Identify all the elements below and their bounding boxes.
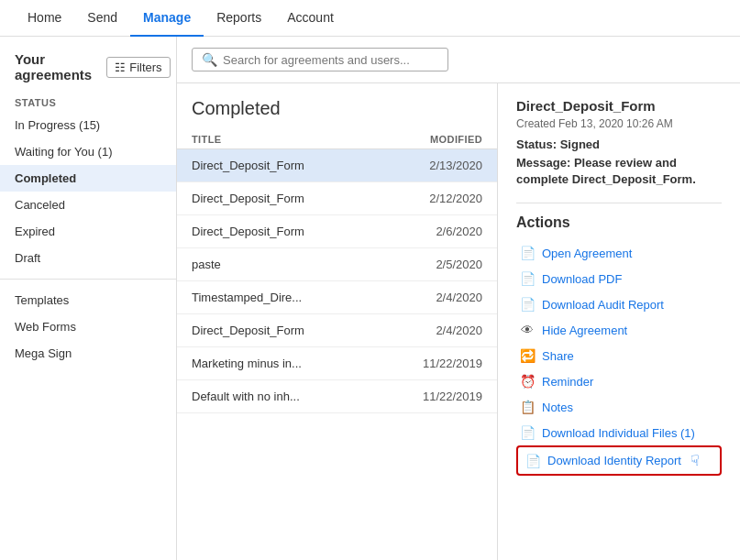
detail-divider [516, 203, 722, 203]
nav-manage[interactable]: Manage [130, 0, 204, 37]
list-row[interactable]: Direct_Deposit_Form 2/12/2020 [177, 182, 497, 215]
row-date: 2/13/2020 [409, 159, 482, 172]
top-navigation: Home Send Manage Reports Account [0, 0, 740, 37]
sidebar-item-completed[interactable]: Completed [0, 165, 176, 192]
row-date: 2/6/2020 [409, 225, 482, 238]
action-reminder[interactable]: ⏰ Reminder [516, 368, 722, 394]
row-title: paste [192, 258, 409, 271]
actions-heading: Actions [516, 214, 722, 231]
status-value: Signed [560, 137, 600, 151]
row-date: 2/4/2020 [409, 291, 482, 304]
detail-status: Status: Signed [516, 137, 722, 151]
main-container: Your agreements ☷ Filters STATUS In Prog… [0, 37, 740, 560]
list-row[interactable]: Timestamped_Dire... 2/4/2020 [177, 281, 497, 314]
list-row[interactable]: paste 2/5/2020 [177, 248, 497, 281]
row-title: Direct_Deposit_Form [192, 192, 409, 205]
action-label: Download Audit Report [542, 298, 664, 312]
reminder-icon: ⏰ [520, 374, 535, 389]
row-title: Timestamped_Dire... [192, 291, 409, 304]
list-row[interactable]: Direct_Deposit_Form 2/4/2020 [177, 314, 497, 347]
nav-reports[interactable]: Reports [204, 0, 274, 37]
list-row[interactable]: Marketing minus in... 11/22/2019 [177, 347, 497, 380]
doc-icon: 📄 [520, 246, 535, 260]
action-notes[interactable]: 📋 Notes [516, 394, 722, 420]
files-icon: 📄 [520, 425, 535, 440]
audit-icon: 📄 [520, 297, 535, 312]
sidebar: Your agreements ☷ Filters STATUS In Prog… [0, 37, 177, 560]
action-share[interactable]: 🔁 Share [516, 343, 722, 368]
action-label: Notes [542, 401, 573, 414]
action-label: Hide Agreement [542, 324, 627, 337]
detail-panel: Direct_Deposit_Form Created Feb 13, 2020… [498, 83, 740, 560]
notes-icon: 📋 [520, 400, 535, 414]
action-download-individual[interactable]: 📄 Download Individual Files (1) [516, 420, 722, 445]
your-agreements-title: Your agreements [15, 51, 92, 82]
search-row: 🔍 [177, 37, 740, 83]
action-label: Download Individual Files (1) [542, 426, 695, 440]
sidebar-item-in-progress[interactable]: In Progress (15) [0, 112, 176, 138]
message-label: Message: [516, 156, 570, 170]
search-input[interactable] [223, 53, 438, 67]
sidebar-item-canceled[interactable]: Canceled [0, 192, 176, 218]
list-heading: Completed [177, 98, 497, 130]
content-area: 🔍 Completed TITLE MODIFIED Direct_Deposi… [177, 37, 740, 560]
action-download-identity-report[interactable]: 📄 Download Identity Report ☟ [516, 445, 722, 476]
col-title-header: TITLE [192, 134, 409, 145]
detail-created: Created Feb 13, 2020 10:26 AM [516, 117, 722, 130]
nav-home[interactable]: Home [15, 0, 74, 37]
pdf-icon: 📄 [520, 271, 535, 286]
status-label: Status: [516, 137, 557, 151]
sidebar-item-expired[interactable]: Expired [0, 218, 176, 245]
list-row[interactable]: Direct_Deposit_Form 2/13/2020 [177, 149, 497, 182]
identity-icon: 📄 [525, 454, 540, 468]
content-split: Completed TITLE MODIFIED Direct_Deposit_… [177, 83, 740, 560]
agreements-list: Completed TITLE MODIFIED Direct_Deposit_… [177, 83, 498, 560]
sidebar-item-templates[interactable]: Templates [0, 287, 176, 313]
search-icon: 🔍 [202, 52, 217, 67]
list-row[interactable]: Direct_Deposit_Form 2/6/2020 [177, 215, 497, 248]
action-download-audit[interactable]: 📄 Download Audit Report [516, 291, 722, 317]
sidebar-header: Your agreements ☷ Filters [0, 51, 176, 90]
search-input-wrap[interactable]: 🔍 [192, 48, 448, 71]
nav-send[interactable]: Send [74, 0, 130, 37]
row-date: 11/22/2019 [409, 390, 482, 403]
share-icon: 🔁 [520, 348, 535, 363]
detail-doc-title: Direct_Deposit_Form [516, 98, 722, 114]
action-label: Download Identity Report [547, 454, 681, 467]
list-table-header: TITLE MODIFIED [177, 130, 497, 149]
cursor-pointer-icon: ☟ [690, 452, 700, 469]
action-hide-agreement[interactable]: 👁 Hide Agreement [516, 317, 722, 343]
action-label: Download PDF [542, 272, 622, 286]
action-label: Share [542, 349, 574, 363]
sidebar-divider [0, 279, 176, 280]
row-date: 2/4/2020 [409, 324, 482, 337]
filters-button[interactable]: ☷ Filters [106, 57, 170, 78]
detail-message: Message: Please review and complete Dire… [516, 155, 722, 188]
sidebar-item-web-forms[interactable]: Web Forms [0, 313, 176, 340]
sidebar-item-draft[interactable]: Draft [0, 245, 176, 271]
hide-icon: 👁 [520, 323, 535, 337]
nav-account[interactable]: Account [274, 0, 347, 37]
action-label: Open Agreement [542, 247, 632, 260]
sidebar-item-waiting[interactable]: Waiting for You (1) [0, 138, 176, 165]
col-modified-header: MODIFIED [409, 134, 482, 145]
list-row[interactable]: Default with no inh... 11/22/2019 [177, 380, 497, 413]
row-date: 11/22/2019 [409, 357, 482, 370]
filter-icon: ☷ [115, 60, 126, 74]
row-title: Marketing minus in... [192, 357, 409, 370]
row-date: 2/12/2020 [409, 192, 482, 205]
sidebar-item-mega-sign[interactable]: Mega Sign [0, 340, 176, 367]
row-title: Direct_Deposit_Form [192, 225, 409, 238]
row-title: Direct_Deposit_Form [192, 159, 409, 172]
action-label: Reminder [542, 375, 593, 389]
row-date: 2/5/2020 [409, 258, 482, 271]
action-open-agreement[interactable]: 📄 Open Agreement [516, 240, 722, 266]
filters-label: Filters [129, 60, 161, 74]
row-title: Direct_Deposit_Form [192, 324, 409, 337]
status-section-label: STATUS [0, 90, 176, 112]
row-title: Default with no inh... [192, 390, 409, 403]
action-download-pdf[interactable]: 📄 Download PDF [516, 266, 722, 291]
